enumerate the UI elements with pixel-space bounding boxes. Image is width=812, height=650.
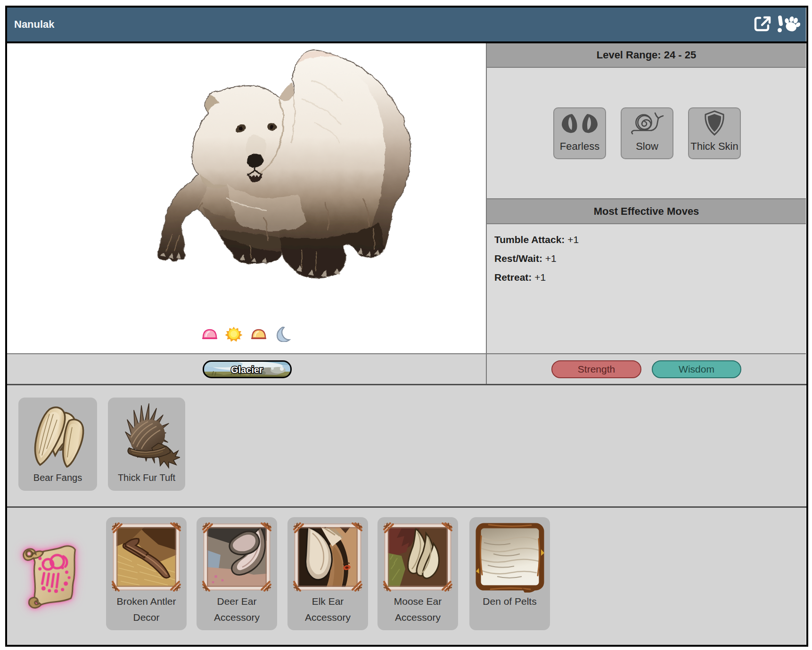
svg-text:Glacier: Glacier bbox=[231, 365, 263, 375]
